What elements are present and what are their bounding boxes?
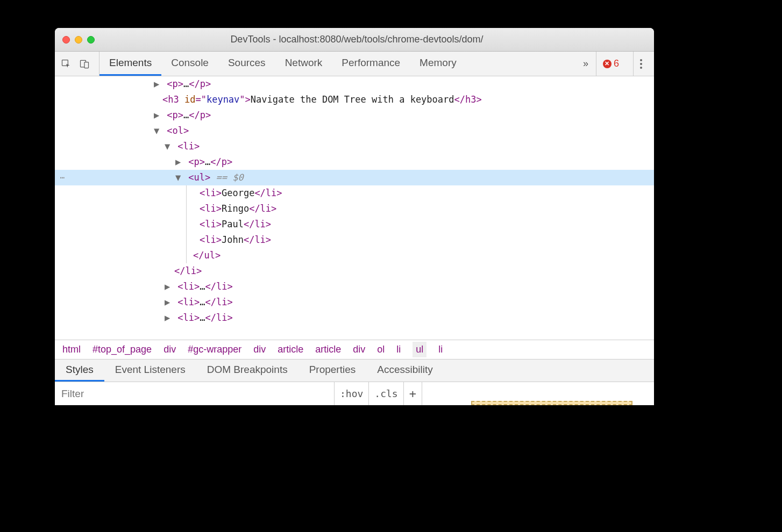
titlebar: DevTools - localhost:8080/web/tools/chro… — [55, 28, 654, 52]
svg-rect-2 — [84, 62, 89, 68]
crumb[interactable]: div — [253, 344, 266, 355]
subtab-accessibility[interactable]: Accessibility — [366, 360, 443, 382]
new-style-rule-button[interactable]: + — [404, 382, 422, 405]
toolbar-icons — [60, 52, 99, 76]
crumb[interactable]: html — [62, 344, 81, 355]
dom-node[interactable]: <li>Ringo</li> — [55, 201, 654, 217]
tab-console[interactable]: Console — [161, 52, 218, 76]
box-model-margin-preview — [471, 401, 632, 405]
crumb[interactable]: #top_of_page — [93, 344, 152, 355]
crumb[interactable]: article — [278, 344, 303, 355]
error-badge[interactable]: ✕ 6 — [596, 52, 625, 76]
error-count: 6 — [614, 58, 619, 69]
dom-node[interactable]: <h3 id="keynav">Navigate the DOM Tree wi… — [55, 92, 654, 107]
zoom-window-button[interactable] — [87, 36, 95, 44]
tab-network[interactable]: Network — [275, 52, 332, 76]
tab-memory[interactable]: Memory — [410, 52, 466, 76]
styles-subtabs: Styles Event Listeners DOM Breakpoints P… — [55, 359, 654, 382]
crumb[interactable]: li — [438, 344, 443, 355]
minimize-window-button[interactable] — [75, 36, 82, 44]
settings-menu-button[interactable] — [633, 52, 649, 76]
dom-tree-panel[interactable]: ▶ <p>…</p> <h3 id="keynav">Navigate the … — [55, 76, 654, 340]
error-icon: ✕ — [603, 60, 612, 68]
close-window-button[interactable] — [62, 36, 70, 44]
crumb[interactable]: div — [353, 344, 365, 355]
dom-node[interactable]: ▶ <li>…</li> — [55, 310, 654, 326]
dom-node[interactable]: ▶ <li>…</li> — [55, 279, 654, 294]
dom-node[interactable]: ▼ <ol> — [55, 123, 654, 139]
cls-button[interactable]: .cls — [369, 382, 403, 405]
crumb[interactable]: li — [396, 344, 401, 355]
device-toolbar-icon[interactable] — [79, 58, 90, 70]
main-tabs: Elements Console Sources Network Perform… — [99, 52, 466, 76]
subtab-event-listeners[interactable]: Event Listeners — [104, 360, 196, 382]
styles-buttons: :hov .cls + — [335, 382, 422, 405]
dom-node[interactable]: ▼ <li> — [55, 139, 654, 154]
hov-button[interactable]: :hov — [335, 382, 369, 405]
subtab-properties[interactable]: Properties — [298, 360, 367, 382]
dom-node[interactable]: <li>George</li> — [55, 185, 654, 201]
crumb[interactable]: div — [163, 344, 176, 355]
dom-node[interactable]: <li>John</li> — [55, 232, 654, 248]
crumb[interactable]: article — [315, 344, 341, 355]
dom-node[interactable]: ▶ <li>…</li> — [55, 294, 654, 310]
tab-elements[interactable]: Elements — [99, 52, 161, 76]
styles-filter-input[interactable] — [55, 382, 335, 405]
ellipsis-icon[interactable]: ⋯ — [55, 170, 70, 185]
kebab-icon — [640, 59, 642, 69]
dom-tree: ▶ <p>…</p> <h3 id="keynav">Navigate the … — [55, 76, 654, 326]
dom-node[interactable]: ▶ <p>…</p> — [55, 154, 654, 170]
dom-node[interactable]: ▶ <p>…</p> — [55, 76, 654, 92]
tab-performance[interactable]: Performance — [332, 52, 410, 76]
traffic-lights — [62, 36, 95, 44]
dom-node-selected[interactable]: ⋯▼ <ul> == $0 — [55, 170, 654, 185]
crumb[interactable]: #gc-wrapper — [188, 344, 241, 355]
crumb[interactable]: ol — [377, 344, 385, 355]
breadcrumb-bar: html #top_of_page div #gc-wrapper div ar… — [55, 340, 654, 359]
more-tabs-icon[interactable]: » — [583, 58, 588, 69]
dom-node[interactable]: </li> — [55, 263, 654, 279]
inspect-element-icon[interactable] — [60, 58, 72, 70]
styles-toolbar: :hov .cls + — [55, 382, 654, 405]
subtab-dom-breakpoints[interactable]: DOM Breakpoints — [196, 360, 298, 382]
crumb-selected[interactable]: ul — [413, 342, 426, 357]
window-title: DevTools - localhost:8080/web/tools/chro… — [99, 34, 646, 45]
devtools-window: DevTools - localhost:8080/web/tools/chro… — [55, 28, 654, 405]
subtab-styles[interactable]: Styles — [55, 360, 104, 382]
toolbar-right: » ✕ 6 — [583, 52, 649, 76]
tab-sources[interactable]: Sources — [218, 52, 275, 76]
dom-node[interactable]: <li>Paul</li> — [55, 217, 654, 232]
dom-node[interactable]: ▶ <p>…</p> — [55, 107, 654, 123]
dom-node[interactable]: </ul> — [55, 248, 654, 263]
main-toolbar: Elements Console Sources Network Perform… — [55, 52, 654, 76]
